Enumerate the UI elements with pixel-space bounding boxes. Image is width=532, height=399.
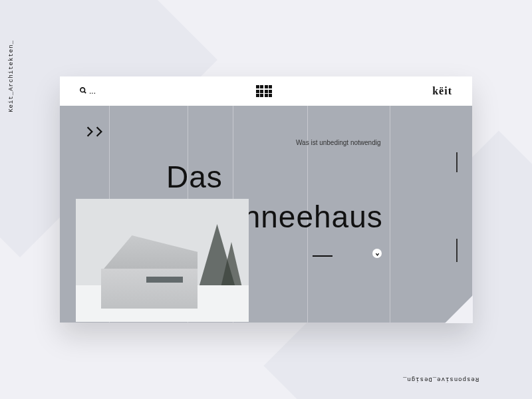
main-card: ... këit Was ist unbedingt notwendig Das… xyxy=(60,76,472,323)
logo[interactable]: këit xyxy=(432,85,452,97)
building-shape xyxy=(101,235,198,309)
corner-notch xyxy=(445,295,473,323)
topbar: ... këit xyxy=(60,76,472,106)
nav-chevrons-button[interactable] xyxy=(85,126,104,140)
chevron-right-icon xyxy=(85,126,94,140)
hero-tagline: Was ist unbedingt notwendig xyxy=(296,139,381,146)
project-image[interactable] xyxy=(76,199,249,322)
progress-bar-segment xyxy=(456,239,458,262)
svg-point-0 xyxy=(80,88,85,92)
search-placeholder: ... xyxy=(89,86,96,96)
side-label-left: Keit_Architekten_ xyxy=(8,40,15,112)
hero-panel: Was ist unbedingt notwendig Das Schneeha… xyxy=(60,106,472,323)
progress-bar-segment xyxy=(456,152,458,172)
svg-line-1 xyxy=(84,92,86,94)
search-icon xyxy=(80,86,86,96)
chevron-down-icon xyxy=(375,247,380,259)
hero-title-line1: Das xyxy=(166,159,223,195)
indicator-dash xyxy=(313,255,332,257)
grid-line xyxy=(390,106,390,323)
chevron-right-icon xyxy=(94,126,104,140)
grid-menu-button[interactable] xyxy=(256,85,273,97)
search-button[interactable]: ... xyxy=(80,86,96,96)
scroll-down-button[interactable] xyxy=(372,249,382,258)
side-label-bottom: Responsive_Design_ xyxy=(402,376,479,382)
